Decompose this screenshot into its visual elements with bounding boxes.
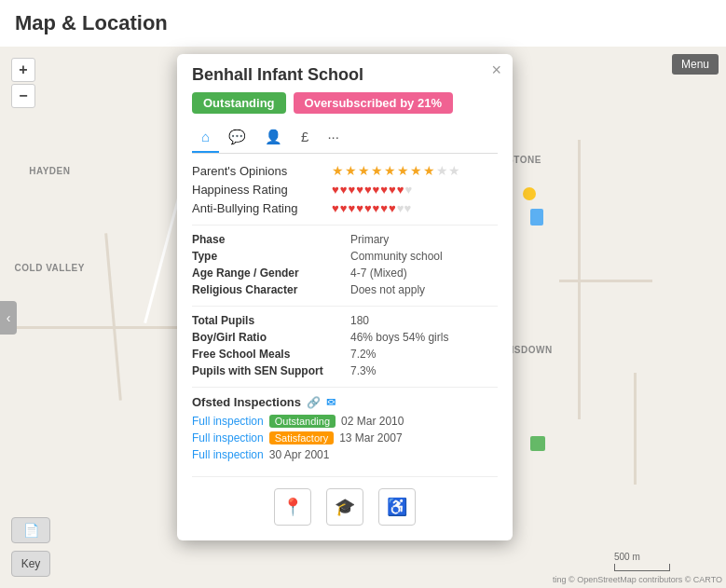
- free-meals-row: Free School Meals 7.2%: [192, 348, 498, 361]
- parents-opinions-row: Parent's Opinions ★★★★★★★★★★: [192, 163, 498, 178]
- ofsted-section: Ofsted Inspections 🔗 ✉ Full inspection O…: [192, 387, 498, 461]
- school-popup: × Benhall Infant School Outstanding Over…: [177, 54, 513, 540]
- total-pupils-label: Total Pupils: [192, 314, 350, 327]
- ofsted-link-2[interactable]: Full inspection: [192, 431, 264, 444]
- pupils-section: Total Pupils 180 Boy/Girl Ratio 46% boys…: [192, 306, 498, 377]
- parents-opinions-stars: ★★★★★★★★: [332, 163, 436, 178]
- ofsted-date-1: 02 Mar 2010: [341, 415, 404, 428]
- map-label-hayden: HAYDEN: [29, 166, 70, 176]
- ofsted-badge-outstanding-1: Outstanding: [269, 415, 336, 428]
- religious-row: Religious Character Does not apply: [192, 283, 498, 296]
- external-link-icon[interactable]: 🔗: [307, 396, 321, 409]
- antibullying-row: Anti-Bullying Rating ♥♥♥♥♥♥♥♥♥♥: [192, 201, 498, 215]
- ofsted-link-1[interactable]: Full inspection: [192, 415, 264, 428]
- type-row: Type Community school: [192, 250, 498, 263]
- sen-label: Pupils with SEN Support: [192, 364, 350, 377]
- accessibility-action-button[interactable]: ♿: [378, 488, 416, 526]
- tab-add-person[interactable]: 👤: [255, 123, 292, 153]
- tab-home[interactable]: ⌂: [192, 123, 219, 153]
- ofsted-link-3[interactable]: Full inspection: [192, 448, 264, 461]
- map-label-cold-valley: COLD VALLEY: [15, 263, 85, 273]
- map-copyright: ting © OpenStreetMap contributors © CART…: [553, 575, 722, 584]
- parents-opinions-label: Parent's Opinions: [192, 164, 332, 178]
- age-range-row: Age Range / Gender 4-7 (Mixed): [192, 267, 498, 280]
- ofsted-inspection-2: Full inspection Satisfactory 13 Mar 2007: [192, 431, 498, 444]
- ofsted-date-2: 13 Mar 2007: [339, 431, 402, 444]
- popup-content: Parent's Opinions ★★★★★★★★★★ Happiness R…: [177, 154, 513, 461]
- free-meals-label: Free School Meals: [192, 348, 350, 361]
- map-marker-5[interactable]: [530, 436, 545, 451]
- ofsted-inspection-3: Full inspection 30 Apr 2001: [192, 448, 498, 461]
- ofsted-date-3: 30 Apr 2001: [269, 448, 330, 461]
- location-action-button[interactable]: 📍: [274, 488, 311, 526]
- zoom-out-button[interactable]: −: [11, 84, 35, 108]
- religious-label: Religious Character: [192, 283, 350, 296]
- boy-girl-label: Boy/Girl Ratio: [192, 331, 350, 344]
- happiness-hearts: ♥♥♥♥♥♥♥♥♥: [332, 183, 404, 197]
- parents-opinions-faded: ★★: [436, 163, 460, 178]
- age-range-value: 4-7 (Mixed): [350, 267, 407, 280]
- tab-pound[interactable]: £: [292, 123, 318, 153]
- oversubscribed-badge: Oversubscribed by 21%: [294, 92, 453, 114]
- tab-comments[interactable]: 💬: [219, 123, 255, 153]
- happiness-row: Happiness Rating ♥♥♥♥♥♥♥♥♥♥: [192, 183, 498, 197]
- sen-value: 7.3%: [350, 364, 376, 377]
- popup-badges: Outstanding Oversubscribed by 21%: [177, 92, 513, 123]
- menu-button[interactable]: Menu: [672, 54, 719, 75]
- scale-bar: 500 m: [614, 552, 670, 571]
- boy-girl-value: 46% boys 54% girls: [350, 331, 448, 344]
- zoom-in-button[interactable]: +: [11, 58, 35, 82]
- happiness-label: Happiness Rating: [192, 183, 332, 197]
- religious-value: Does not apply: [350, 283, 425, 296]
- school-action-button[interactable]: 🎓: [326, 488, 363, 526]
- tab-more[interactable]: ···: [318, 123, 349, 153]
- free-meals-value: 7.2%: [350, 348, 376, 361]
- email-icon[interactable]: ✉: [326, 396, 336, 409]
- map-marker-blue-3[interactable]: [530, 209, 543, 226]
- type-label: Type: [192, 250, 350, 263]
- page-title: Map & Location: [0, 0, 726, 43]
- info-section: Phase Primary Type Community school Age …: [192, 225, 498, 296]
- antibullying-faded: ♥♥: [397, 201, 411, 215]
- map-side-arrow[interactable]: ‹: [0, 301, 17, 335]
- outstanding-badge: Outstanding: [192, 92, 286, 114]
- ofsted-inspection-1: Full inspection Outstanding 02 Mar 2010: [192, 415, 498, 428]
- antibullying-label: Anti-Bullying Rating: [192, 201, 332, 215]
- phase-value: Primary: [350, 233, 389, 246]
- total-pupils-row: Total Pupils 180: [192, 314, 498, 327]
- close-button[interactable]: ×: [491, 62, 501, 78]
- phase-label: Phase: [192, 233, 350, 246]
- boy-girl-row: Boy/Girl Ratio 46% boys 54% girls: [192, 331, 498, 344]
- popup-actions: 📍 🎓 ♿: [192, 476, 498, 526]
- total-pupils-value: 180: [350, 314, 369, 327]
- sen-row: Pupils with SEN Support 7.3%: [192, 364, 498, 377]
- map-controls: + −: [11, 58, 35, 108]
- document-button[interactable]: 📄: [11, 517, 50, 543]
- map-marker-yellow-1[interactable]: [523, 187, 536, 200]
- type-value: Community school: [350, 250, 443, 263]
- age-range-label: Age Range / Gender: [192, 267, 350, 280]
- ofsted-title: Ofsted Inspections 🔗 ✉: [192, 395, 498, 409]
- ofsted-badge-satisfactory-2: Satisfactory: [269, 431, 334, 444]
- phase-row: Phase Primary: [192, 233, 498, 246]
- key-button[interactable]: Key: [11, 551, 50, 577]
- popup-tabs: ⌂ 💬 👤 £ ···: [192, 123, 498, 154]
- happiness-faded: ♥: [404, 183, 412, 197]
- antibullying-hearts: ♥♥♥♥♥♥♥♥: [332, 201, 397, 215]
- school-name: Benhall Infant School: [177, 54, 513, 92]
